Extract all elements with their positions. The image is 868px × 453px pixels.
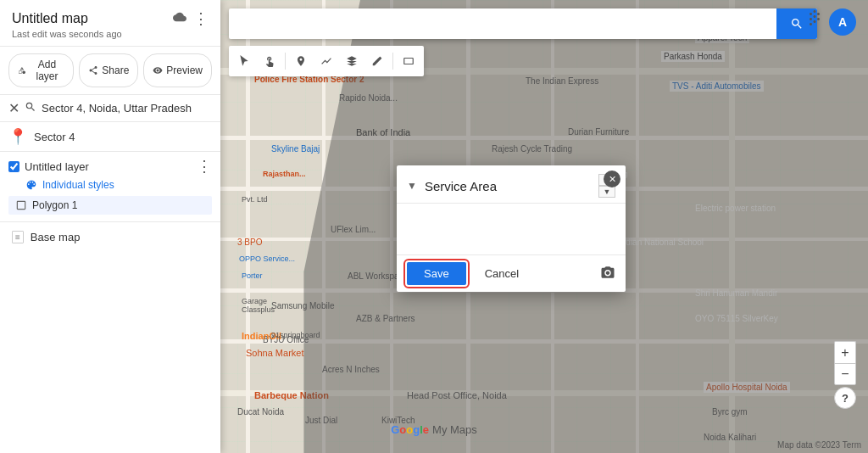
- svg-rect-0: [404, 59, 414, 64]
- user-avatar[interactable]: A: [829, 8, 856, 36]
- add-layer-button[interactable]: Add layer: [8, 53, 74, 87]
- shape-tool-button[interactable]: [340, 49, 364, 73]
- my-maps-text: My Maps: [432, 423, 477, 436]
- preview-button[interactable]: Preview: [143, 53, 212, 87]
- help-button[interactable]: ?: [834, 387, 856, 409]
- zoom-controls: + −: [834, 341, 856, 385]
- sidebar-actions: Add layer Share Preview: [0, 47, 220, 95]
- toolbar-separator-1: [285, 53, 286, 70]
- dialog-save-button[interactable]: Save: [407, 262, 466, 285]
- dialog-description-input[interactable]: [407, 210, 615, 244]
- apps-grid-icon[interactable]: [807, 10, 822, 30]
- base-map-icon: ≡: [12, 231, 24, 243]
- dialog-description-area: [397, 204, 626, 255]
- search-icon: [25, 101, 36, 115]
- search-close-icon[interactable]: ✕: [8, 100, 19, 116]
- layer-style-row[interactable]: Individual styles: [8, 177, 212, 193]
- layer-style-label: Individual styles: [42, 179, 114, 191]
- dialog-expand-icon: ▼: [407, 180, 417, 192]
- map-title: Untitled map: [12, 11, 88, 26]
- share-label: Share: [102, 64, 129, 76]
- layer-checkbox[interactable]: [8, 161, 19, 172]
- layer-title-text: Untitled layer: [25, 160, 89, 173]
- dialog-footer: Save Cancel: [397, 255, 626, 292]
- dialog-camera-button[interactable]: [600, 265, 615, 283]
- line-tool-button[interactable]: [314, 49, 338, 73]
- search-query-text: Sector 4, Noida, Uttar Pradesh: [42, 102, 212, 115]
- menu-dots-icon[interactable]: ⋮: [193, 11, 209, 26]
- google-logo: Google: [391, 423, 429, 436]
- hand-tool-button[interactable]: [258, 49, 281, 73]
- rect-tool-button[interactable]: [397, 49, 420, 73]
- layer-checkbox-row: Untitled layer: [8, 160, 89, 173]
- preview-label: Preview: [166, 64, 203, 76]
- polygon-row[interactable]: Polygon 1: [8, 196, 212, 215]
- dialog-down-arrow[interactable]: ▼: [598, 186, 615, 198]
- dialog-cancel-button[interactable]: Cancel: [475, 262, 529, 285]
- cloud-icon: [173, 10, 186, 27]
- top-search-bar: [229, 8, 817, 39]
- layer-menu-icon[interactable]: ⋮: [197, 159, 212, 174]
- location-pin-icon: 📍: [8, 127, 27, 146]
- avatar-initial: A: [838, 15, 847, 29]
- sidebar: Untitled map ⋮ Last edit was seconds ago…: [0, 0, 220, 453]
- dialog-close-button[interactable]: ✕: [604, 171, 620, 187]
- map-copyright: Map data ©2023 Term: [777, 440, 861, 450]
- sidebar-header: Untitled map ⋮ Last edit was seconds ago: [0, 0, 220, 47]
- google-maps-brand: Google My Maps: [391, 423, 477, 436]
- service-area-dialog: ▼ ▲ ▼ ✕ Save Cancel: [397, 165, 626, 292]
- toolbar-separator-2: [392, 53, 393, 70]
- zoom-in-button[interactable]: +: [834, 341, 856, 363]
- base-map-label: Base map: [31, 231, 81, 243]
- base-map-row[interactable]: ≡ Base map: [0, 222, 220, 252]
- pin-tool-button[interactable]: [289, 49, 313, 73]
- map-toolbar: [229, 46, 424, 76]
- dialog-title-input[interactable]: [425, 179, 594, 193]
- add-layer-label: Add layer: [30, 59, 64, 82]
- sidebar-search-result[interactable]: 📍 Sector 4: [0, 122, 220, 152]
- ruler-tool-button[interactable]: [365, 49, 389, 73]
- zoom-out-button[interactable]: −: [834, 363, 856, 385]
- search-input[interactable]: [229, 17, 776, 31]
- cursor-tool-button[interactable]: [232, 49, 256, 73]
- share-button[interactable]: Share: [79, 53, 138, 87]
- header-icons: ⋮: [173, 10, 209, 27]
- search-result-text: Sector 4: [34, 131, 75, 143]
- last-edit-text: Last edit was seconds ago: [12, 29, 209, 39]
- sidebar-search: ✕ Sector 4, Noida, Uttar Pradesh: [0, 95, 220, 122]
- sidebar-layer: Untitled layer ⋮ Individual styles Polyg…: [0, 152, 220, 222]
- polygon-label-text: Polygon 1: [32, 199, 77, 211]
- dialog-header: ▼ ▲ ▼ ✕: [397, 165, 626, 204]
